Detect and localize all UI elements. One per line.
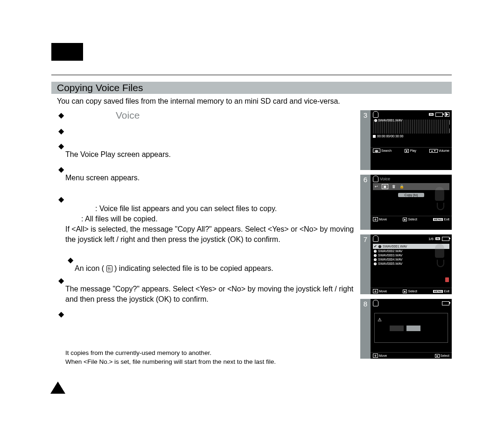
screenshot-8: 8 ⚠ ✥Move ■Select bbox=[360, 299, 452, 359]
bullet-icon: ◆ bbox=[57, 276, 65, 286]
mic-icon bbox=[373, 235, 378, 242]
screenshot-body: ⚠ ✥Move ■Select bbox=[371, 299, 452, 359]
screen-title: Voice bbox=[380, 177, 390, 181]
bullet-icon: ◆ bbox=[57, 110, 65, 120]
page-corner-tab bbox=[51, 43, 83, 61]
section-title: Copying Voice Files bbox=[57, 82, 143, 94]
notes-block: It copies from the currently-used memory… bbox=[65, 348, 355, 366]
dialog-no-button bbox=[390, 326, 404, 331]
step-1: ◆ Voice bbox=[57, 110, 356, 121]
footer-hints: ◀▶Search ■Play ▲▼Volume bbox=[371, 147, 452, 154]
timecode: 00:00:00/00:30:00 bbox=[377, 135, 403, 138]
step-6-pre: An icon ( bbox=[75, 264, 104, 272]
hint-search: Search bbox=[381, 149, 392, 152]
waveform-area: ! SWAV0001.WAV bbox=[373, 120, 449, 134]
battery-icon bbox=[442, 237, 449, 241]
file-counter: 1/6 bbox=[428, 237, 434, 241]
step-7: ◆ The message "Copy?" appears. Select <Y… bbox=[57, 276, 356, 305]
option-all-desc: : All files will be copied. bbox=[65, 214, 356, 224]
instructions-column: ◆ Voice ◆ ◆ The Voice Play screen appear… bbox=[57, 110, 356, 324]
hint-select: Select bbox=[408, 218, 417, 221]
current-file: SWAV0001.WAV bbox=[378, 119, 403, 122]
storage-in-badge: IN bbox=[435, 237, 440, 240]
battery-icon bbox=[435, 113, 443, 117]
screenshot-number: 8 bbox=[360, 299, 371, 359]
lock-icon: 🔒 bbox=[399, 184, 404, 189]
bullet-icon: ◆ bbox=[57, 126, 65, 136]
copy-all-note: If <All> is selected, the message "Copy … bbox=[65, 224, 356, 245]
check-icon: ✔ bbox=[374, 244, 377, 248]
copy-mark-icon: ⎘ bbox=[106, 265, 112, 272]
battery-icon bbox=[442, 301, 449, 305]
file-mark-icon: ! bbox=[374, 258, 377, 261]
screenshot-number: 3 bbox=[360, 110, 371, 170]
footer-hints: ✥Move ■Select MENUExit bbox=[371, 216, 452, 222]
step-4: ◆ Menu screen appears. bbox=[57, 164, 356, 183]
step-4-text: Menu screen appears. bbox=[65, 164, 356, 183]
bullet-icon: ◆ bbox=[66, 255, 75, 265]
note-1: It copies from the currently-used memory… bbox=[65, 348, 355, 357]
hint-play: Play bbox=[410, 149, 416, 152]
bullet-icon: ◆ bbox=[57, 309, 65, 319]
bullet-icon: ◆ bbox=[57, 141, 65, 151]
hint-volume: Volume bbox=[439, 149, 449, 152]
step-5: ◆ : Voice file list appears and you can … bbox=[57, 194, 356, 245]
step-2: ◆ bbox=[57, 126, 356, 136]
manual-page: Copying Voice Files You can copy saved f… bbox=[0, 0, 504, 432]
file-mark-icon: ! bbox=[378, 245, 381, 248]
step-7-text: The message "Copy?" appears. Select <Yes… bbox=[65, 284, 356, 305]
screenshot-3: 3 IN ! SWAV0001.WAV 00:00:00/00:30:00 bbox=[360, 110, 452, 170]
mic-icon bbox=[373, 111, 378, 118]
copy-tab-icon: ▣ bbox=[382, 184, 388, 189]
hint-select: Select bbox=[441, 354, 449, 357]
mic-icon bbox=[373, 300, 378, 306]
file-mark-icon: ! bbox=[374, 262, 377, 265]
time-bar: 00:00:00/00:30:00 bbox=[371, 135, 452, 138]
screenshot-number: 6 bbox=[360, 175, 371, 230]
back-icon: ↩ bbox=[375, 184, 378, 189]
screenshot-6: 6 Voice ↩ ▣ 🗑 🔒 Copy (to) ✥Move ■Select … bbox=[360, 175, 452, 230]
stop-icon bbox=[373, 135, 376, 138]
bullet-icon: ◆ bbox=[57, 194, 65, 205]
screenshot-7: 7 1/6 IN ✔!SWAV0001.WAV !SWAV0002.WAV !S… bbox=[360, 234, 452, 294]
option-selected-desc: : Voice file list appears and you can se… bbox=[65, 204, 356, 214]
menu-badge: MENU bbox=[433, 290, 443, 293]
footer-hints: ✥Move ■Select bbox=[371, 352, 452, 359]
play-mode-icon bbox=[445, 112, 449, 117]
step-3-text: The Voice Play screen appears. bbox=[65, 141, 356, 160]
dialog-yes-button bbox=[406, 326, 420, 331]
hint-exit: Exit bbox=[444, 218, 449, 221]
screenshot-number: 7 bbox=[360, 234, 371, 294]
step-6: ◆ An icon ( ⎘ ) indicating selected file… bbox=[66, 255, 356, 274]
sd-card-icon bbox=[445, 277, 449, 282]
page-footer-triangle-icon bbox=[50, 382, 65, 394]
step-3: ◆ The Voice Play screen appears. bbox=[57, 141, 356, 160]
menu-badge: MENU bbox=[433, 218, 443, 221]
footer-hints: ✥Move ■Select MENUExit bbox=[371, 288, 452, 294]
horizontal-rule bbox=[51, 75, 452, 75]
confirm-dialog: ⚠ bbox=[374, 313, 448, 343]
file-mark-icon: ! bbox=[374, 254, 377, 257]
voice-mode-label: Voice bbox=[116, 110, 140, 120]
hint-move: Move bbox=[379, 290, 387, 293]
screenshot-column: 3 IN ! SWAV0001.WAV 00:00:00/00:30:00 bbox=[360, 110, 452, 363]
mic-watermark-icon bbox=[430, 187, 449, 210]
screenshot-body: 1/6 IN ✔!SWAV0001.WAV !SWAV0002.WAV !SWA… bbox=[371, 234, 452, 294]
note-2: When <File No.> is set, file numbering w… bbox=[65, 357, 355, 366]
step-8: ◆ bbox=[57, 309, 356, 319]
hint-move: Move bbox=[379, 218, 387, 221]
file-mark-icon: ! bbox=[374, 119, 377, 122]
warning-icon: ⚠ bbox=[378, 317, 382, 322]
delete-icon: 🗑 bbox=[392, 184, 396, 189]
mic-watermark-icon bbox=[430, 244, 449, 267]
storage-in-badge: IN bbox=[429, 113, 434, 116]
bullet-icon: ◆ bbox=[57, 164, 65, 175]
step-6-post: ) indicating selected file is to be copi… bbox=[114, 264, 273, 272]
hint-move: Move bbox=[379, 354, 387, 357]
dialog-buttons bbox=[390, 326, 420, 331]
screenshot-body: Voice ↩ ▣ 🗑 🔒 Copy (to) ✥Move ■Select ME… bbox=[371, 175, 452, 230]
hint-select: Select bbox=[408, 290, 417, 293]
section-intro: You can copy saved files from the intern… bbox=[57, 97, 340, 106]
mic-icon bbox=[373, 176, 378, 182]
screenshot-body: IN ! SWAV0001.WAV 00:00:00/00:30:00 ◀▶Se… bbox=[371, 110, 452, 170]
